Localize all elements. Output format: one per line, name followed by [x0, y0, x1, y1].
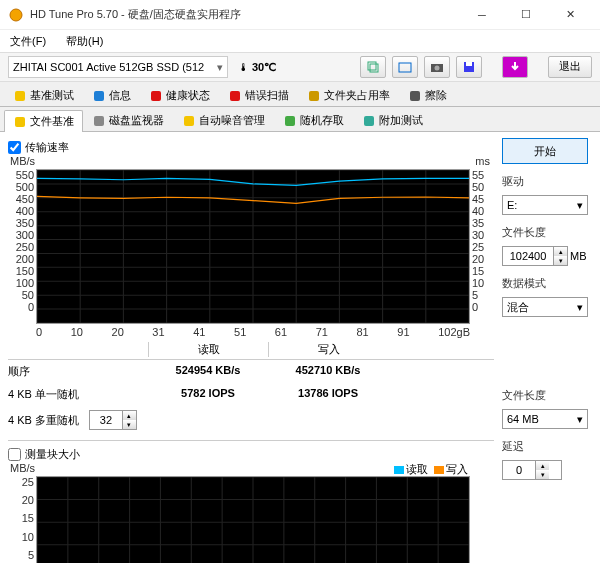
- tab-icon: [408, 89, 422, 103]
- svg-point-0: [10, 9, 22, 21]
- copy-button[interactable]: [360, 56, 386, 78]
- tab-健康状态[interactable]: 健康状态: [140, 84, 219, 106]
- download-button[interactable]: [502, 56, 528, 78]
- tab-icon: [182, 114, 196, 128]
- svg-rect-8: [15, 91, 25, 101]
- tab-icon: [307, 89, 321, 103]
- delay-label: 延迟: [502, 439, 592, 454]
- menu-help[interactable]: 帮助(H): [60, 32, 109, 51]
- delay-spinner[interactable]: ▴▾: [502, 460, 562, 480]
- app-icon: [8, 7, 24, 23]
- svg-point-5: [435, 66, 440, 71]
- block-size-checkbox[interactable]: [8, 448, 21, 461]
- file-length-unit: MB: [570, 250, 587, 262]
- chart1-yaxis: 550500450400350300250200150100500: [10, 169, 34, 312]
- tab-icon: [13, 115, 27, 129]
- maximize-button[interactable]: ☐: [504, 1, 548, 29]
- drive-select-value: ZHITAI SC001 Active 512GB SSD (512: [13, 61, 204, 73]
- transfer-rate-chart: [36, 169, 470, 324]
- drive-label: 驱动: [502, 174, 592, 189]
- svg-rect-11: [230, 91, 240, 101]
- tab-错误扫描[interactable]: 错误扫描: [219, 84, 298, 106]
- tab-自动噪音管理[interactable]: 自动噪音管理: [173, 109, 274, 131]
- tab-icon: [92, 114, 106, 128]
- tab-icon: [228, 89, 242, 103]
- svg-rect-14: [15, 117, 25, 127]
- file-length2-label: 文件长度: [502, 388, 592, 403]
- data-mode-dropdown[interactable]: 混合▾: [502, 297, 588, 317]
- drive-dropdown[interactable]: E:▾: [502, 195, 588, 215]
- results-row: 顺序524954 KB/s452710 KB/s: [8, 360, 494, 383]
- tab-信息[interactable]: 信息: [83, 84, 140, 106]
- thermometer-icon: 🌡: [238, 61, 249, 73]
- chart2-legend: 读取 写入: [394, 462, 468, 477]
- svg-rect-7: [466, 62, 472, 66]
- tab-icon: [92, 89, 106, 103]
- svg-rect-18: [364, 116, 374, 126]
- svg-rect-13: [410, 91, 420, 101]
- temperature-value: 30℃: [252, 61, 276, 74]
- chevron-down-icon: ▾: [217, 61, 223, 74]
- file-length-spinner[interactable]: ▴▾: [502, 246, 568, 266]
- svg-rect-17: [285, 116, 295, 126]
- svg-rect-1: [368, 62, 376, 70]
- tab-文件夹占用率[interactable]: 文件夹占用率: [298, 84, 399, 106]
- queue-depth-spinner[interactable]: ▴▾: [89, 410, 137, 430]
- chart1-yaxis-right: 5550454035302520151050: [472, 169, 490, 312]
- tab-icon: [362, 114, 376, 128]
- results-row: 4 KB 单一随机5782 IOPS13786 IOPS: [8, 383, 494, 406]
- chevron-down-icon: ▾: [577, 413, 583, 426]
- chevron-down-icon: ▾: [577, 199, 583, 212]
- results-header-read: 读取: [148, 342, 268, 357]
- save-button[interactable]: [456, 56, 482, 78]
- transfer-rate-label: 传输速率: [25, 140, 69, 155]
- chart1-xaxis: 0102031415161718191102gB: [36, 326, 470, 338]
- camera-button[interactable]: [424, 56, 450, 78]
- block-size-label: 测量块大小: [25, 447, 80, 462]
- screenshot-button[interactable]: [392, 56, 418, 78]
- data-mode-label: 数据模式: [502, 276, 592, 291]
- chart2-yaxis: 2520151050: [10, 476, 34, 563]
- menu-file[interactable]: 文件(F): [4, 32, 52, 51]
- tab-基准测试[interactable]: 基准测试: [4, 84, 83, 106]
- chart2-ylabel: MB/s: [10, 462, 35, 474]
- svg-rect-12: [309, 91, 319, 101]
- start-button[interactable]: 开始: [502, 138, 588, 164]
- tab-随机存取[interactable]: 随机存取: [274, 109, 353, 131]
- tab-icon: [13, 89, 27, 103]
- tab-文件基准[interactable]: 文件基准: [4, 110, 83, 132]
- drive-select[interactable]: ZHITAI SC001 Active 512GB SSD (512 ▾: [8, 56, 228, 78]
- tab-磁盘监视器[interactable]: 磁盘监视器: [83, 109, 173, 131]
- svg-rect-2: [370, 64, 378, 72]
- svg-rect-3: [399, 63, 411, 72]
- file-length-label: 文件长度: [502, 225, 592, 240]
- exit-button[interactable]: 退出: [548, 56, 592, 78]
- menubar: 文件(F) 帮助(H): [0, 30, 600, 52]
- chart1-ylabel: MB/s: [10, 155, 35, 167]
- minimize-button[interactable]: ─: [460, 1, 504, 29]
- svg-rect-15: [94, 116, 104, 126]
- tabs-row-1: 基准测试信息健康状态错误扫描文件夹占用率擦除: [0, 82, 600, 107]
- svg-rect-16: [184, 116, 194, 126]
- file-length2-dropdown[interactable]: 64 MB▾: [502, 409, 588, 429]
- chevron-down-icon: ▾: [577, 301, 583, 314]
- block-size-chart: [36, 476, 470, 563]
- svg-rect-10: [151, 91, 161, 101]
- toolbar: ZHITAI SC001 Active 512GB SSD (512 ▾ 🌡 3…: [0, 52, 600, 82]
- results-header-write: 写入: [268, 342, 388, 357]
- transfer-rate-checkbox[interactable]: [8, 141, 21, 154]
- tab-icon: [283, 114, 297, 128]
- tabs-row-2: 文件基准磁盘监视器自动噪音管理随机存取附加测试: [0, 107, 600, 132]
- results-row: 4 KB 多重随机▴▾: [8, 406, 494, 434]
- close-button[interactable]: ✕: [548, 1, 592, 29]
- window-title: HD Tune Pro 5.70 - 硬盘/固态硬盘实用程序: [30, 7, 460, 22]
- temperature: 🌡 30℃: [234, 61, 280, 74]
- chart1-ylabel-right: ms: [475, 155, 490, 167]
- titlebar: HD Tune Pro 5.70 - 硬盘/固态硬盘实用程序 ─ ☐ ✕: [0, 0, 600, 30]
- svg-rect-9: [94, 91, 104, 101]
- results-table: 读取 写入 顺序524954 KB/s452710 KB/s4 KB 单一随机5…: [8, 342, 494, 434]
- tab-icon: [149, 89, 163, 103]
- tab-附加测试[interactable]: 附加测试: [353, 109, 432, 131]
- tab-擦除[interactable]: 擦除: [399, 84, 456, 106]
